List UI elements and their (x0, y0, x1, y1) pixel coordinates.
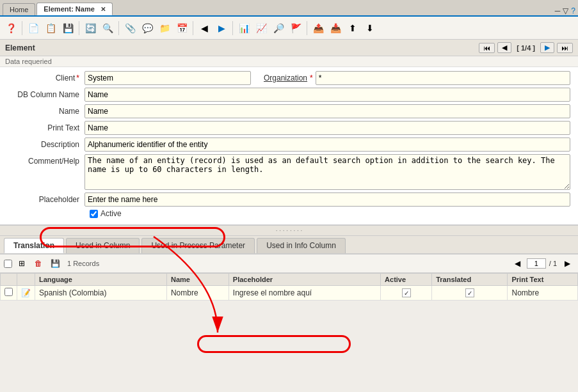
help-button[interactable]: ❓ (3, 20, 19, 36)
archive-button[interactable]: 📁 (156, 20, 173, 36)
col-header-name: Name (166, 274, 229, 286)
placeholder-row: Placeholder (8, 192, 570, 207)
subtab-used-in-column[interactable]: Used in Column (66, 238, 140, 253)
chart-button[interactable]: 📈 (253, 20, 269, 36)
col-header-language: Language (35, 274, 167, 286)
row-language-cell[interactable]: Spanish (Colombia) (35, 286, 167, 301)
row-placeholder-cell[interactable]: Ingrese el nombre aquí (229, 286, 380, 301)
window-minimize-icon[interactable]: ─ (555, 6, 561, 15)
org-input[interactable] (316, 71, 570, 85)
sub-navigation: ◀ / 1 ▶ (511, 256, 574, 270)
row-active-cell (381, 286, 432, 301)
main-toolbar: ❓ 📄 📋 💾 🔄 🔍 📎 💬 📁 📅 ◀ ▶ 📊 📈 🔎 🚩 📤 📥 ⬆ ⬇ (0, 17, 578, 40)
page-input[interactable] (527, 258, 546, 269)
import-button[interactable]: 📥 (327, 20, 344, 36)
dbcolumn-row: DB Column Name (8, 88, 570, 102)
tab-element-name[interactable]: Element: Name ✕ (36, 3, 113, 15)
placeholder-input[interactable] (84, 192, 570, 207)
page-info: [ 1/4 ] (514, 44, 538, 52)
data-required-label: Data requeried (5, 58, 52, 65)
col-header-printtext: Print Text (508, 274, 578, 286)
row-checkbox-cell (1, 286, 17, 301)
find-button[interactable]: 🔍 (99, 20, 116, 36)
org-label[interactable]: Organization (264, 74, 310, 82)
row-checkbox[interactable] (4, 288, 13, 296)
row-edit-icon[interactable]: 📝 (21, 288, 31, 297)
tabs-panel: Translation Used in Column Used in Proce… (0, 236, 578, 392)
sub-toolbar: ⊞ 🗑 💾 1 Records ◀ / 1 ▶ (0, 255, 578, 273)
window-restore-icon[interactable]: ▽ (563, 6, 568, 15)
select-all-checkbox[interactable] (4, 260, 12, 268)
tab-element-name-label: Element: Name (44, 5, 94, 13)
tab-close-icon[interactable]: ✕ (100, 6, 106, 13)
subtoolbar-save-button[interactable]: 💾 (48, 256, 62, 270)
report-button[interactable]: 📊 (236, 20, 252, 36)
section-title: Element (5, 43, 35, 52)
form-area: Client Organization * DB Column Name Nam… (0, 67, 578, 225)
row-translated-check[interactable] (465, 288, 474, 297)
subtoolbar-grid-button[interactable]: ⊞ (15, 256, 29, 270)
sub-next-button[interactable]: ▶ (560, 256, 574, 270)
search-adv-button[interactable]: 🔎 (270, 20, 287, 36)
active-checkbox[interactable] (90, 210, 98, 218)
download-button[interactable]: ⬇ (362, 20, 378, 36)
tab-home[interactable]: Home (3, 3, 35, 15)
client-label: Client (8, 71, 84, 82)
col-header-placeholder: Placeholder (229, 274, 380, 286)
translation-table: Language Name Placeholder Active Transla… (0, 273, 578, 301)
subtab-used-in-process-parameter[interactable]: Used in Process Parameter (141, 238, 255, 253)
row-printtext-cell[interactable]: Nombre (508, 286, 578, 301)
name-label: Name (8, 104, 84, 116)
subtab-translation[interactable]: Translation (4, 238, 64, 253)
placeholder-label: Placeholder (8, 192, 84, 204)
description-row: Description (8, 137, 570, 152)
row-placeholder: Ingrese el nombre aquí (233, 288, 312, 297)
page-total: / 1 (548, 260, 558, 267)
description-input[interactable] (84, 137, 570, 152)
commenthelp-textarea[interactable]: The name of an entity (record) is used a… (84, 154, 570, 190)
col-header-checkbox (1, 274, 17, 286)
name-row: Name (8, 104, 570, 118)
row-active-check[interactable] (402, 288, 411, 297)
subtab-used-in-info-column[interactable]: Used in Info Column (257, 238, 346, 253)
save-button[interactable]: 💾 (60, 20, 76, 36)
row-name: Nombre (171, 288, 198, 297)
last-record-button[interactable]: ⏭ (557, 43, 573, 53)
dbcolumn-input[interactable] (84, 88, 570, 102)
copy-button[interactable]: 📋 (42, 20, 59, 36)
subtoolbar-delete-button[interactable]: 🗑 (31, 256, 45, 270)
flag-button[interactable]: 🚩 (287, 20, 304, 36)
next-record-button[interactable]: ▶ (540, 42, 554, 53)
first-record-button[interactable]: ⏮ (479, 43, 495, 53)
section-header: Element ⏮ ◀ [ 1/4 ] ▶ ⏭ (0, 40, 578, 56)
table-row: 📝 Spanish (Colombia) Nombre Ingrese el n… (1, 286, 578, 301)
window-help-icon[interactable]: ? (571, 6, 575, 15)
printtext-input[interactable] (84, 121, 570, 135)
active-row: Active (8, 209, 570, 218)
prev-record-button[interactable]: ◀ (497, 42, 511, 53)
client-input[interactable] (84, 71, 251, 85)
printtext-row: Print Text (8, 121, 570, 135)
commenthelp-label: Comment/Help (8, 154, 84, 166)
row-name-cell[interactable]: Nombre (166, 286, 229, 301)
prev-button[interactable]: ◀ (196, 20, 213, 36)
data-required-bar: Data requeried (0, 56, 578, 67)
name-input[interactable] (84, 104, 570, 118)
export-button[interactable]: 📤 (310, 20, 326, 36)
next-button[interactable]: ▶ (213, 20, 230, 36)
refresh-button[interactable]: 🔄 (82, 20, 99, 36)
commenthelp-row: Comment/Help The name of an entity (reco… (8, 154, 570, 190)
new-button[interactable]: 📄 (25, 20, 42, 36)
chat-button[interactable]: 💬 (139, 20, 156, 36)
separator-dots: · · · · · · · · (0, 225, 578, 236)
section-navigation: ⏮ ◀ [ 1/4 ] ▶ ⏭ (479, 42, 573, 53)
attach-button[interactable]: 📎 (122, 20, 138, 36)
printtext-label: Print Text (8, 121, 84, 132)
row-language: Spanish (Colombia) (39, 288, 106, 297)
subtabs-nav: Translation Used in Column Used in Proce… (0, 236, 578, 255)
calendar-button[interactable]: 📅 (173, 20, 190, 36)
active-label: Active (100, 209, 122, 218)
col-header-active: Active (381, 274, 432, 286)
upload-button[interactable]: ⬆ (344, 20, 361, 36)
sub-prev-button[interactable]: ◀ (511, 256, 525, 270)
